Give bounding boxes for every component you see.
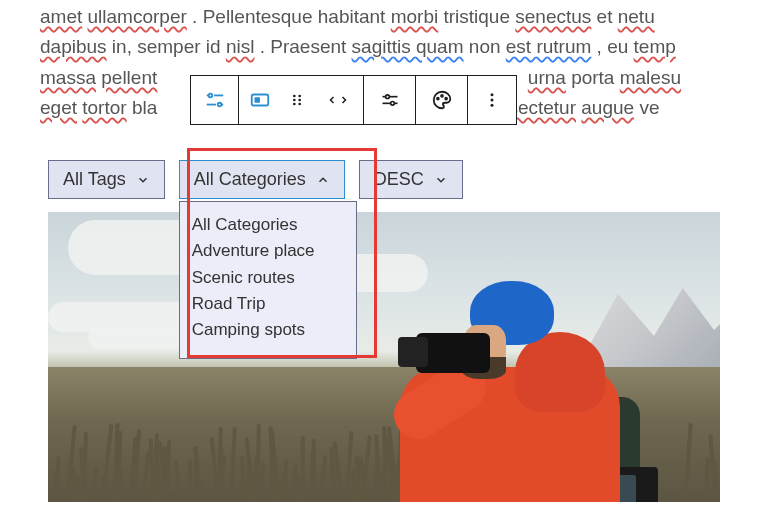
svg-point-3	[217, 103, 221, 107]
palette-icon	[431, 89, 453, 111]
tags-filter-label: All Tags	[63, 169, 126, 190]
svg-point-11	[298, 99, 301, 102]
drag-icon	[289, 92, 305, 108]
category-option[interactable]: Road Trip	[192, 291, 344, 317]
category-option[interactable]: Scenic routes	[192, 265, 344, 291]
text-fragment: amet	[40, 6, 82, 27]
text-fragment: tortor	[82, 97, 126, 118]
block-type-button[interactable]	[239, 76, 281, 124]
category-option[interactable]: All Categories	[192, 212, 344, 238]
text-fragment: dapibus	[40, 36, 107, 57]
filters-row: All Tags All Categories All Categories A…	[48, 160, 463, 199]
text-fragment: pellent	[101, 67, 157, 88]
text-fragment: massa	[40, 67, 96, 88]
svg-point-0	[208, 94, 212, 98]
svg-point-10	[293, 99, 296, 102]
text-fragment: nisl	[226, 36, 255, 57]
chevron-down-icon	[136, 173, 150, 187]
sort-filter-label: DESC	[374, 169, 424, 190]
text-fragment: in, semper id	[112, 36, 226, 57]
text-fragment: ve	[639, 97, 659, 118]
categories-dropdown-panel: All Categories Adventure place Scenic ro…	[179, 201, 357, 359]
svg-point-8	[293, 95, 296, 98]
text-fragment: urna	[528, 67, 566, 88]
category-option[interactable]: Adventure place	[192, 238, 344, 264]
block-settings-button[interactable]	[191, 76, 239, 124]
block-toolbar	[190, 75, 517, 125]
text-fragment: sagittis quam	[352, 36, 464, 57]
svg-point-12	[293, 103, 296, 106]
text-fragment: temp	[634, 36, 676, 57]
svg-point-23	[491, 104, 494, 107]
chevron-up-icon	[316, 173, 330, 187]
filter-controls-button[interactable]	[364, 76, 416, 124]
svg-point-19	[441, 95, 443, 97]
text-fragment: porta	[571, 67, 620, 88]
categories-filter-button[interactable]: All Categories	[179, 160, 345, 199]
svg-point-22	[491, 99, 494, 102]
text-fragment: senectus	[515, 6, 591, 27]
chevron-left-icon	[326, 93, 338, 107]
featured-image[interactable]	[48, 212, 720, 502]
svg-point-20	[445, 98, 447, 100]
text-fragment: . Pellentesque habitant	[192, 6, 391, 27]
svg-rect-7	[255, 97, 261, 103]
adjust-icon	[380, 90, 400, 110]
drag-handle[interactable]	[281, 76, 313, 124]
more-vertical-icon	[483, 91, 501, 109]
text-fragment: augue	[581, 97, 634, 118]
container-icon	[249, 89, 271, 111]
text-fragment: eget	[40, 97, 77, 118]
categories-filter-label: All Categories	[194, 169, 306, 190]
sliders-icon	[204, 89, 226, 111]
text-fragment: tristique	[443, 6, 515, 27]
categories-filter: All Categories All Categories Adventure …	[179, 160, 345, 199]
chevron-right-icon	[338, 93, 350, 107]
category-option[interactable]: Camping spots	[192, 317, 344, 343]
svg-point-9	[298, 95, 301, 98]
tags-filter-button[interactable]: All Tags	[48, 160, 165, 199]
block-type-group	[239, 76, 364, 124]
svg-point-17	[390, 102, 394, 106]
text-fragment: netu	[618, 6, 655, 27]
svg-point-13	[298, 103, 301, 106]
move-buttons[interactable]	[313, 76, 363, 124]
more-options-button[interactable]	[468, 76, 516, 124]
svg-point-18	[436, 98, 438, 100]
color-button[interactable]	[416, 76, 468, 124]
text-fragment: malesu	[620, 67, 681, 88]
text-fragment: , eu	[597, 36, 634, 57]
text-fragment: ullamcorper	[88, 6, 187, 27]
svg-point-21	[491, 93, 494, 96]
text-fragment: non	[469, 36, 506, 57]
text-fragment: . Praesent	[260, 36, 352, 57]
text-fragment: est rutrum	[506, 36, 592, 57]
text-fragment: morbi	[391, 6, 439, 27]
sort-filter-button[interactable]: DESC	[359, 160, 463, 199]
chevron-down-icon	[434, 173, 448, 187]
text-fragment: bla	[132, 97, 157, 118]
text-fragment: et	[597, 6, 618, 27]
svg-point-15	[385, 95, 389, 99]
